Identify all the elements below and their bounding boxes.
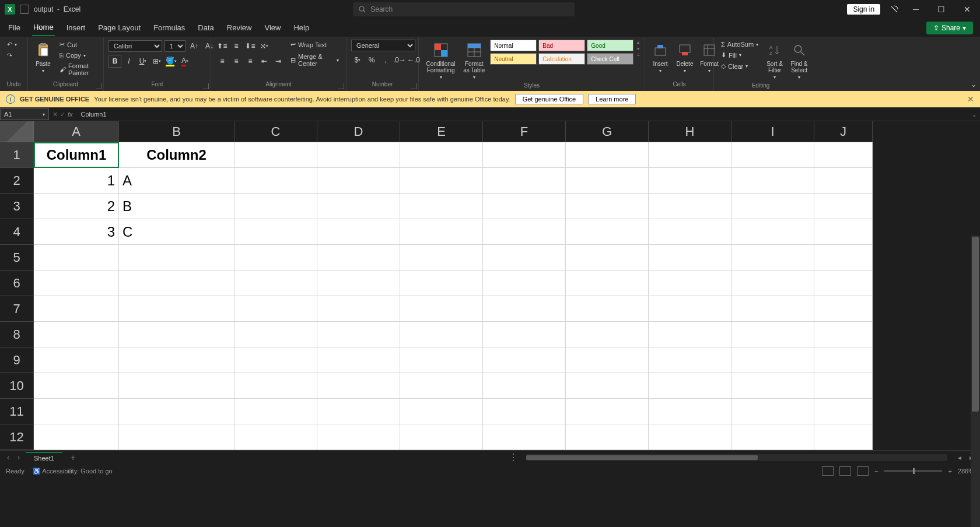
name-box[interactable]: A1 ▾	[0, 108, 49, 120]
cell-G8[interactable]	[566, 322, 649, 347]
cell-B6[interactable]	[119, 270, 235, 296]
row-header-4[interactable]: 4	[0, 219, 34, 245]
cell-H10[interactable]	[649, 373, 732, 399]
sheet-nav-prev[interactable]: ‹	[5, 454, 12, 462]
page-layout-view-button[interactable]	[839, 466, 851, 476]
cell-G2[interactable]	[566, 168, 649, 194]
zoom-in-button[interactable]: +	[948, 468, 951, 475]
tab-home[interactable]: Home	[32, 19, 55, 36]
underline-button[interactable]: U▾	[136, 55, 149, 68]
style-bad[interactable]: Bad	[538, 40, 585, 51]
cell-A5[interactable]	[34, 245, 119, 270]
style-good[interactable]: Good	[587, 40, 634, 51]
cell-I10[interactable]	[732, 373, 814, 399]
column-header-D[interactable]: D	[317, 121, 400, 142]
row-header-2[interactable]: 2	[0, 168, 34, 194]
italic-button[interactable]: I	[123, 55, 135, 68]
cell-I12[interactable]	[732, 424, 814, 450]
clear-button[interactable]: ◇Clear▾	[719, 61, 761, 71]
merge-center-button[interactable]: ⊟Merge & Center▾	[288, 52, 341, 68]
sheet-tab[interactable]: Sheet1	[26, 452, 62, 463]
style-checkcell[interactable]: Check Cell	[587, 53, 634, 65]
row-header-7[interactable]: 7	[0, 296, 34, 322]
border-button[interactable]: ⊞▾	[150, 55, 163, 68]
cell-F8[interactable]	[483, 322, 566, 347]
cell-D11[interactable]	[317, 399, 400, 424]
formula-expand-button[interactable]: ⌄	[968, 111, 980, 118]
ribbon-collapse-button[interactable]: ⌄	[971, 80, 977, 89]
cell-B12[interactable]	[119, 424, 235, 450]
cell-J5[interactable]	[814, 245, 873, 270]
cell-A4[interactable]: 3	[34, 219, 119, 245]
tab-help[interactable]: Help	[292, 20, 310, 36]
cell-C8[interactable]	[235, 322, 317, 347]
cell-F10[interactable]	[483, 373, 566, 399]
cell-I11[interactable]	[732, 399, 814, 424]
font-name-select[interactable]: Calibri	[108, 40, 162, 52]
cell-E6[interactable]	[400, 270, 483, 296]
cell-H1[interactable]	[649, 142, 732, 168]
style-normal[interactable]: Normal	[490, 40, 537, 51]
decrease-decimal-button[interactable]: ←.0	[407, 54, 420, 66]
vertical-scrollbar[interactable]	[971, 236, 980, 527]
cell-D6[interactable]	[317, 270, 400, 296]
cell-A9[interactable]	[34, 347, 119, 373]
cell-H3[interactable]	[649, 194, 732, 219]
cell-G7[interactable]	[566, 296, 649, 322]
cell-C10[interactable]	[235, 373, 317, 399]
number-dialog-launcher[interactable]	[411, 83, 416, 89]
tab-review[interactable]: Review	[226, 20, 253, 36]
cell-J8[interactable]	[814, 322, 873, 347]
format-painter-button[interactable]: 🖌Format Painter	[57, 61, 99, 78]
cell-D8[interactable]	[317, 322, 400, 347]
cell-G9[interactable]	[566, 347, 649, 373]
fx-icon[interactable]: fx	[68, 111, 73, 118]
cell-E9[interactable]	[400, 347, 483, 373]
cell-I3[interactable]	[732, 194, 814, 219]
cell-E4[interactable]	[400, 219, 483, 245]
find-select-button[interactable]: Find & Select▾	[789, 40, 810, 81]
align-bottom-button[interactable]: ⬇≡	[244, 40, 257, 52]
column-header-F[interactable]: F	[483, 121, 566, 142]
cell-D1[interactable]	[317, 142, 400, 168]
cell-I2[interactable]	[732, 168, 814, 194]
decrease-indent-button[interactable]: ⇤	[258, 55, 271, 68]
align-center-button[interactable]: ≡	[230, 55, 243, 68]
row-header-5[interactable]: 5	[0, 245, 34, 270]
cell-F9[interactable]	[483, 347, 566, 373]
cell-B4[interactable]: C	[119, 219, 235, 245]
clipboard-dialog-launcher[interactable]	[96, 83, 102, 89]
cell-E5[interactable]	[400, 245, 483, 270]
cell-J10[interactable]	[814, 373, 873, 399]
cell-D10[interactable]	[317, 373, 400, 399]
cell-E8[interactable]	[400, 322, 483, 347]
font-dialog-launcher[interactable]	[203, 83, 209, 89]
cell-H5[interactable]	[649, 245, 732, 270]
pending-icon[interactable]	[890, 5, 899, 14]
cell-F12[interactable]	[483, 424, 566, 450]
cell-H9[interactable]	[649, 347, 732, 373]
cell-I5[interactable]	[732, 245, 814, 270]
row-header-3[interactable]: 3	[0, 194, 34, 219]
percent-button[interactable]: %	[365, 54, 378, 66]
cell-E10[interactable]	[400, 373, 483, 399]
row-header-1[interactable]: 1	[0, 142, 34, 168]
increase-indent-button[interactable]: ⇥	[272, 55, 285, 68]
align-left-button[interactable]: ≡	[216, 55, 229, 68]
delete-cells-button[interactable]: Delete▾	[674, 40, 695, 75]
cell-E1[interactable]	[400, 142, 483, 168]
cell-G12[interactable]	[566, 424, 649, 450]
cell-A1[interactable]: Column1	[34, 142, 119, 168]
cell-B9[interactable]	[119, 347, 235, 373]
cell-B1[interactable]: Column2	[119, 142, 235, 168]
cell-J12[interactable]	[814, 424, 873, 450]
bold-button[interactable]: B	[108, 55, 121, 68]
cell-C12[interactable]	[235, 424, 317, 450]
cell-A2[interactable]: 1	[34, 168, 119, 194]
font-size-select[interactable]: 11	[164, 40, 186, 52]
cell-J9[interactable]	[814, 347, 873, 373]
cell-H11[interactable]	[649, 399, 732, 424]
cell-B5[interactable]	[119, 245, 235, 270]
redo-button[interactable]: ↷	[5, 51, 15, 61]
scroll-left[interactable]: ◂	[956, 454, 964, 462]
